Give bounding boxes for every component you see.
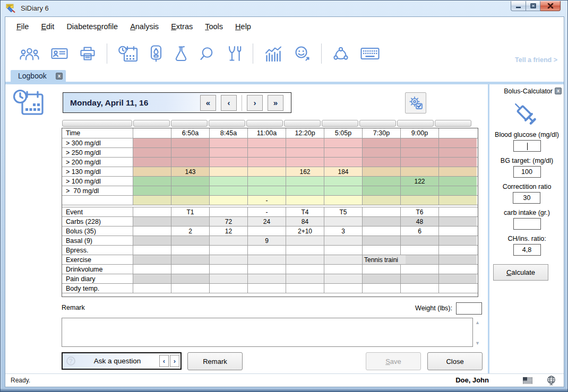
logbook-cell[interactable] xyxy=(363,186,401,195)
logbook-cell[interactable] xyxy=(248,138,286,147)
logbook-cell[interactable] xyxy=(324,255,363,264)
logbook-cell[interactable] xyxy=(133,227,171,236)
logbook-cell[interactable] xyxy=(324,217,363,226)
logbook-cell[interactable] xyxy=(248,167,286,176)
logbook-cell[interactable] xyxy=(324,236,363,245)
logbook-cell[interactable] xyxy=(248,246,286,255)
bolus-calculator-close-icon[interactable]: x xyxy=(555,88,562,94)
logbook-cell[interactable]: 162 xyxy=(286,167,324,176)
column-header-button[interactable] xyxy=(284,120,321,127)
patient-card-icon[interactable] xyxy=(51,47,68,60)
column-header-button[interactable] xyxy=(359,120,396,127)
logbook-cell[interactable] xyxy=(439,265,477,274)
prev-day-button[interactable]: ‹ xyxy=(221,95,237,111)
time-cell[interactable]: 8:45a xyxy=(210,128,248,138)
logbook-cell[interactable] xyxy=(210,207,248,216)
logbook-cell[interactable] xyxy=(363,227,401,236)
logbook-cell[interactable] xyxy=(439,236,477,245)
globe-icon[interactable] xyxy=(547,376,556,388)
lab-values-icon[interactable] xyxy=(174,46,188,62)
tab-close-icon[interactable]: x xyxy=(56,73,63,80)
column-header-button[interactable] xyxy=(209,120,245,127)
logbook-cell[interactable] xyxy=(439,148,477,157)
menu-tools[interactable]: Tools xyxy=(200,21,228,32)
logbook-cell[interactable] xyxy=(324,284,363,293)
logbook-cell[interactable] xyxy=(439,217,477,226)
logbook-cell[interactable] xyxy=(439,177,477,186)
remark-button[interactable]: Remark xyxy=(187,352,243,370)
logbook-cell[interactable] xyxy=(248,265,286,274)
logbook-cell[interactable] xyxy=(248,284,286,293)
close-window-button[interactable] xyxy=(540,1,561,11)
logbook-cell[interactable] xyxy=(248,255,286,264)
glucose-meter-icon[interactable] xyxy=(150,45,162,62)
logbook-cell[interactable] xyxy=(401,274,439,283)
blood-glucose-mg-dl-input[interactable] xyxy=(513,140,541,152)
menu-file[interactable]: File xyxy=(12,21,33,32)
logbook-cell[interactable] xyxy=(210,177,248,186)
logbook-cell[interactable] xyxy=(210,196,248,205)
keyboard-icon[interactable] xyxy=(360,47,380,60)
time-cell[interactable]: 7:30p xyxy=(363,128,401,138)
logbook-cell[interactable] xyxy=(324,186,363,195)
logbook-cell[interactable]: - xyxy=(248,207,286,216)
logbook-cell[interactable] xyxy=(133,186,171,195)
logbook-cell[interactable] xyxy=(171,196,210,205)
logbook-cell[interactable] xyxy=(324,246,363,255)
ask-next-button[interactable]: › xyxy=(170,355,179,367)
logbook-cell[interactable] xyxy=(401,186,439,195)
logbook-cell[interactable] xyxy=(248,274,286,283)
column-header-button[interactable] xyxy=(171,120,208,127)
time-cell[interactable]: 9:00p xyxy=(401,128,439,138)
time-cell[interactable] xyxy=(439,128,477,138)
logbook-cell[interactable]: 6 xyxy=(401,227,439,236)
weight-input[interactable] xyxy=(456,302,482,315)
ch-ins-ratio-input[interactable]: 4,8 xyxy=(513,244,541,256)
logbook-cell[interactable]: 122 xyxy=(401,177,439,186)
logbook-cell[interactable] xyxy=(324,274,363,283)
logbook-cell[interactable] xyxy=(133,207,171,216)
logbook-cell[interactable] xyxy=(324,148,363,157)
calculate-button[interactable]: Calculate xyxy=(493,264,548,281)
diary-calendar-icon[interactable] xyxy=(118,45,138,63)
logbook-cell[interactable] xyxy=(324,138,363,147)
logbook-cell[interactable] xyxy=(133,167,171,176)
logbook-cell[interactable] xyxy=(286,246,324,255)
tell-a-friend-link[interactable]: Tell a friend > xyxy=(515,56,557,64)
nutrition-icon[interactable] xyxy=(226,46,242,62)
logbook-cell[interactable] xyxy=(363,265,401,274)
logbook-cell[interactable] xyxy=(171,186,210,195)
logbook-cell[interactable] xyxy=(439,227,477,236)
logbook-cell[interactable] xyxy=(363,196,401,205)
logbook-cell[interactable] xyxy=(363,158,401,167)
logbook-cell[interactable] xyxy=(401,255,439,264)
logbook-cell[interactable] xyxy=(286,274,324,283)
logbook-cell[interactable]: 24 xyxy=(248,217,286,226)
logbook-cell[interactable] xyxy=(439,255,477,264)
logbook-cell[interactable]: T5 xyxy=(324,207,363,216)
logbook-cell[interactable] xyxy=(286,158,324,167)
logbook-cell[interactable] xyxy=(286,138,324,147)
logbook-cell[interactable] xyxy=(324,158,363,167)
logbook-cell[interactable] xyxy=(439,138,477,147)
logbook-cell[interactable] xyxy=(171,255,210,264)
column-header-button[interactable] xyxy=(322,120,358,127)
menu-analysis[interactable]: Analysis xyxy=(125,21,163,32)
logbook-cell[interactable] xyxy=(286,255,324,264)
logbook-cell[interactable] xyxy=(286,177,324,186)
logbook-cell[interactable] xyxy=(363,246,401,255)
menu-edit[interactable]: Edit xyxy=(36,21,59,32)
logbook-cell[interactable] xyxy=(248,227,286,236)
logbook-cell[interactable] xyxy=(439,284,477,293)
print-icon[interactable] xyxy=(80,46,96,61)
logbook-cell[interactable] xyxy=(133,274,171,283)
logbook-cell[interactable]: T6 xyxy=(401,207,439,216)
logbook-cell[interactable] xyxy=(286,265,324,274)
logbook-cell[interactable] xyxy=(171,148,210,157)
logbook-cell[interactable] xyxy=(401,265,439,274)
logbook-cell[interactable] xyxy=(171,265,210,274)
logbook-cell[interactable] xyxy=(133,177,171,186)
logbook-cell[interactable] xyxy=(324,265,363,274)
logbook-cell[interactable] xyxy=(171,158,210,167)
logbook-cell[interactable] xyxy=(363,284,401,293)
